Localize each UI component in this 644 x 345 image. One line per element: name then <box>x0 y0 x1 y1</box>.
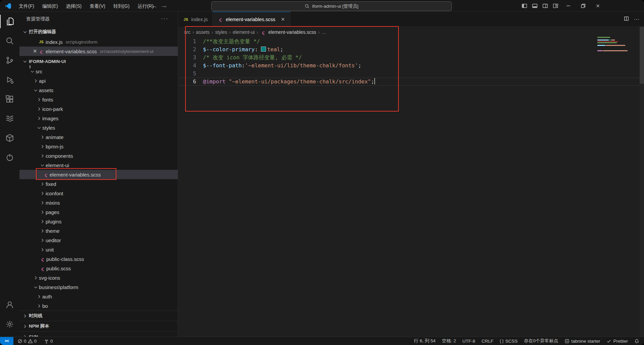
tree-item-theme[interactable]: theme <box>19 226 178 235</box>
breadcrumb-item[interactable]: element-ui <box>233 29 255 35</box>
tree-item-element-ui[interactable]: element-ui <box>19 160 178 170</box>
tree-item-ueditor[interactable]: ueditor <box>19 235 178 245</box>
tree-item-business-platform[interactable]: business\platform <box>19 282 178 292</box>
layoutB-toggle-icon[interactable] <box>530 0 540 12</box>
scrollbar-thumb[interactable] <box>640 27 644 84</box>
tree-item-auth[interactable]: auth <box>19 292 178 301</box>
search-icon[interactable] <box>0 31 19 51</box>
tree-item-mixins[interactable]: mixins <box>19 198 178 207</box>
status-item---0-----[interactable]: 存在0个异常标点 <box>524 338 558 344</box>
tree-item-styles[interactable]: styles <box>19 123 178 132</box>
explorer-icon[interactable] <box>0 12 19 31</box>
source-control-icon[interactable] <box>0 51 19 70</box>
tab-index.js[interactable]: JSindex.js <box>178 12 213 27</box>
tree-item-pages[interactable]: pages <box>19 207 178 217</box>
breadcrumb-file[interactable]: element-variables.scss <box>268 29 316 35</box>
tree-item-label: fixed <box>46 181 56 187</box>
status-item-UTF-8[interactable]: UTF-8 <box>463 339 475 344</box>
open-editor-item[interactable]: ✕ ςelement-variables.scss src\assets\sty… <box>19 47 178 56</box>
tree-item-plugins[interactable]: plugins <box>19 217 178 226</box>
tree-item-bpmn-js[interactable]: bpmn-js <box>19 142 178 151</box>
chevron-down-icon <box>40 163 45 168</box>
code-line-3[interactable]: 3 /* 改变 icon 字体路径变量, 必需 */ <box>178 54 644 62</box>
open-editor-item[interactable]: JSindex.js src\plugins\iform <box>19 37 178 47</box>
code-area[interactable]: 1 /**改变主题色变量 */ 2 $--color-primary: teal… <box>178 38 644 337</box>
chevron-right-icon <box>40 210 45 215</box>
circle-extension-icon[interactable] <box>0 148 19 167</box>
menu-item[interactable]: 转到(G) <box>109 2 133 10</box>
project-root-header[interactable]: IFORM-ADMIN-UI <box>19 56 178 67</box>
sidebar-section-SVN[interactable]: SVN <box>19 331 178 337</box>
tree-item-src[interactable]: src <box>19 67 178 76</box>
breadcrumb-tail[interactable]: … <box>322 29 326 35</box>
breadcrumb-item[interactable]: styles <box>215 29 227 35</box>
settings-gear-icon[interactable] <box>0 315 19 334</box>
tree-item-animate[interactable]: animate <box>19 132 178 142</box>
tab-element-variables.scss[interactable]: ςelement-variables.scss <box>213 12 290 27</box>
tree-item-api[interactable]: api <box>19 76 178 85</box>
breadcrumb-item[interactable]: assets <box>196 29 209 35</box>
code-line-4[interactable]: 4 $--font-path:'~element-ui/lib/theme-ch… <box>178 62 644 70</box>
run-debug-icon[interactable] <box>0 70 19 89</box>
minimize-button[interactable] <box>561 0 576 12</box>
explorer-more-actions-icon[interactable]: ··· <box>161 16 168 22</box>
code-line-5[interactable]: 5 <box>178 70 644 78</box>
nav-forward-icon[interactable]: → <box>162 3 168 9</box>
tree-item-public-class.scss[interactable]: ςpublic-class.scss <box>19 254 178 264</box>
menu-item[interactable]: 文件(F) <box>15 2 38 10</box>
sidebar-section-NPM 脚本[interactable]: NPM 脚本 <box>19 321 178 331</box>
radio-tower-indicator[interactable]: 0 <box>44 339 53 344</box>
status-item-tabnine-starter[interactable]: tabnine starter <box>565 339 600 344</box>
layoutG-toggle-icon[interactable] <box>550 0 561 12</box>
account-icon[interactable] <box>0 295 19 315</box>
code-line-6[interactable]: 6 @import "~element-ui/packages/theme-ch… <box>178 78 644 86</box>
tree-item-fonts[interactable]: fonts <box>19 95 178 104</box>
tree-item-images[interactable]: images <box>19 114 178 123</box>
extensions-icon[interactable] <box>0 89 19 109</box>
breadcrumb-item[interactable]: src <box>184 29 191 35</box>
status-item-CRLF[interactable]: CRLF <box>482 339 493 344</box>
layoutL-toggle-icon[interactable] <box>519 0 530 12</box>
menu-item[interactable]: 选择(S) <box>62 2 86 10</box>
tree-item-unit[interactable]: unit <box>19 245 178 254</box>
waves-extension-icon[interactable] <box>0 109 19 128</box>
close-icon[interactable]: ✕ <box>33 48 38 54</box>
command-center-search[interactable]: iform-admin-ui [管理员] <box>211 1 452 11</box>
package-extension-icon[interactable] <box>0 128 19 148</box>
tree-item-fixed[interactable]: fixed <box>19 179 178 189</box>
layoutR-toggle-icon[interactable] <box>540 0 550 12</box>
sidebar-section-时间线[interactable]: 时间线 <box>19 310 178 321</box>
split-editor-icon[interactable] <box>624 16 629 23</box>
status-item-bell[interactable] <box>634 339 639 344</box>
status-item---6----54[interactable]: 行 6, 列 54 <box>414 338 436 344</box>
restore-button[interactable] <box>576 0 590 12</box>
tree-item-public.scss[interactable]: ςpublic.scss <box>19 264 178 273</box>
color-swatch-teal[interactable] <box>261 47 266 52</box>
remote-indicator[interactable]: >< <box>0 337 13 345</box>
close-icon[interactable] <box>280 17 285 22</box>
tree-item-components[interactable]: components <box>19 151 178 160</box>
nav-back-icon[interactable]: ← <box>152 3 157 9</box>
titlebar-controls <box>519 0 605 12</box>
tree-item-icon-park[interactable]: icon-park <box>19 104 178 114</box>
minimap[interactable] <box>597 37 631 57</box>
menu-item[interactable]: 查看(V) <box>86 2 109 10</box>
tree-item-assets[interactable]: assets <box>19 85 178 95</box>
status-item-SCSS[interactable]: { }SCSS <box>500 339 518 344</box>
status-item-Prettier[interactable]: Prettier <box>606 339 628 344</box>
tree-item-svg-icons[interactable]: svg-icons <box>19 273 178 282</box>
tree-item-iconfont[interactable]: iconfont <box>19 189 178 198</box>
open-editors-header[interactable]: 打开的编辑器 <box>19 26 178 37</box>
breadcrumb[interactable]: src›assets›styles›element-ui›ςelement-va… <box>178 27 644 38</box>
code-line-2[interactable]: 2 $--color-primary: teal; <box>178 46 644 54</box>
menu-item[interactable]: 编辑(E) <box>38 2 62 10</box>
tree-item-label: fonts <box>42 97 53 102</box>
status-item-----2[interactable]: 空格: 2 <box>442 338 456 344</box>
tree-item-bo[interactable]: bo <box>19 301 178 310</box>
search-text: iform-admin-ui [管理员] <box>312 3 358 9</box>
editor-more-actions-icon[interactable]: ··· <box>634 16 639 22</box>
close-window-button[interactable] <box>590 0 605 12</box>
tree-item-element-variables.scss[interactable]: ςelement-variables.scss <box>19 170 178 179</box>
code-line-1[interactable]: 1 /**改变主题色变量 */ <box>178 38 644 46</box>
problems-indicator[interactable]: 0 0 <box>17 339 37 344</box>
